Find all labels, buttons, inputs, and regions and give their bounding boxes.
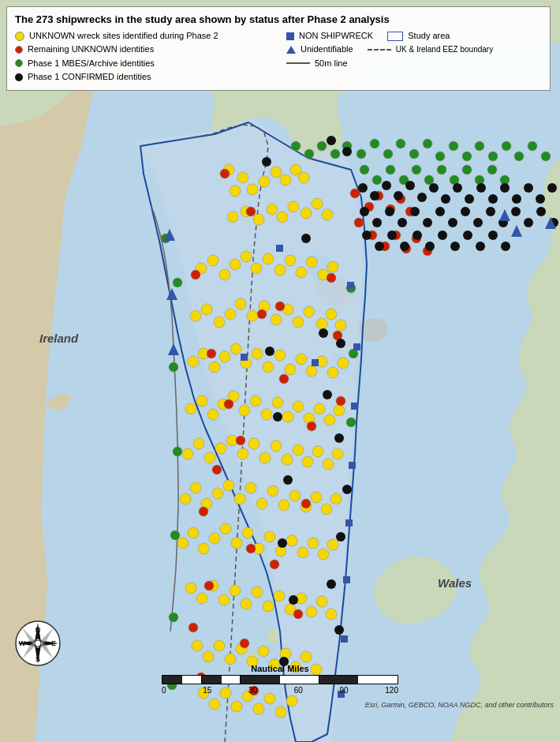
legend-label-green: Phase 1 MBES/Archive identities bbox=[28, 58, 155, 69]
scale-tick-0: 0 bbox=[162, 686, 166, 695]
legend-item-black: Phase 1 CONFIRMED identities bbox=[15, 71, 271, 83]
scale-tick-5: 120 bbox=[385, 686, 398, 695]
legend-label-unidentifiable: Unidentifiable bbox=[301, 43, 353, 55]
scale-numbers: 0 15 30 60 90 120 bbox=[162, 686, 398, 695]
scale-tick-2: 30 bbox=[248, 686, 257, 695]
legend-item-unidentifiable: Unidentifiable UK & Ireland EEZ boundary bbox=[286, 43, 542, 55]
legend-label-study-area: Study area bbox=[408, 30, 450, 42]
svg-text:W: W bbox=[19, 639, 26, 647]
svg-text:S: S bbox=[35, 655, 40, 663]
legend-title: The 273 shipwrecks in the study area sho… bbox=[15, 13, 542, 25]
legend-item-50m: 50m line bbox=[286, 58, 542, 69]
legend-symbol-red bbox=[15, 46, 23, 54]
legend-label-black: Phase 1 CONFIRMED identities bbox=[28, 71, 151, 83]
legend-symbol-green bbox=[15, 59, 23, 67]
scale-tick-4: 90 bbox=[340, 686, 349, 695]
legend-symbol-black bbox=[15, 73, 23, 81]
legend-item-red: Remaining UNKNOWN identities bbox=[15, 43, 271, 55]
legend-label-red: Remaining UNKNOWN identities bbox=[28, 43, 154, 55]
svg-text:E: E bbox=[51, 639, 56, 647]
scalebar-label: Nautical Miles bbox=[162, 664, 398, 673]
map-background bbox=[0, 0, 560, 742]
legend-symbol-triangle bbox=[286, 46, 296, 54]
legend-symbol-yellow bbox=[15, 32, 24, 41]
legend-symbol-solid bbox=[286, 62, 310, 64]
scale-tick-3: 60 bbox=[294, 686, 303, 695]
legend-item-non-shipwreck: NON SHIPWRECK Study area bbox=[286, 30, 542, 42]
svg-text:N: N bbox=[35, 626, 41, 634]
legend-label-yellow: UNKNOWN wreck sites identified during Ph… bbox=[29, 30, 218, 42]
legend-label-50m: 50m line bbox=[315, 58, 348, 69]
ireland-label: Ireland bbox=[39, 332, 78, 345]
attribution-text: Esri, Garmin, GEBCO, NOAA NGDC, and othe… bbox=[365, 701, 554, 709]
wales-label: Wales bbox=[438, 576, 472, 590]
map-container: The 273 shipwrecks in the study area sho… bbox=[0, 0, 560, 742]
legend-label-eez: UK & Ireland EEZ boundary bbox=[396, 44, 493, 55]
legend-grid: UNKNOWN wreck sites identified during Ph… bbox=[15, 30, 542, 84]
legend-symbol-square bbox=[286, 32, 294, 40]
legend-item-yellow: UNKNOWN wreck sites identified during Ph… bbox=[15, 30, 271, 42]
scale-tick-1: 15 bbox=[203, 686, 211, 695]
scalebar: Nautical Miles 0 15 30 60 90 120 bbox=[162, 664, 398, 695]
legend-symbol-dashed bbox=[368, 49, 391, 51]
legend-item-green: Phase 1 MBES/Archive identities bbox=[15, 58, 271, 69]
legend-label-non-shipwreck: NON SHIPWRECK bbox=[299, 30, 373, 42]
legend-symbol-rect-outline bbox=[387, 32, 403, 41]
svg-point-324 bbox=[35, 640, 41, 646]
legend: The 273 shipwrecks in the study area sho… bbox=[6, 6, 551, 91]
scale-bar-graphic bbox=[162, 675, 398, 684]
compass-rose: N S W E bbox=[14, 620, 62, 667]
